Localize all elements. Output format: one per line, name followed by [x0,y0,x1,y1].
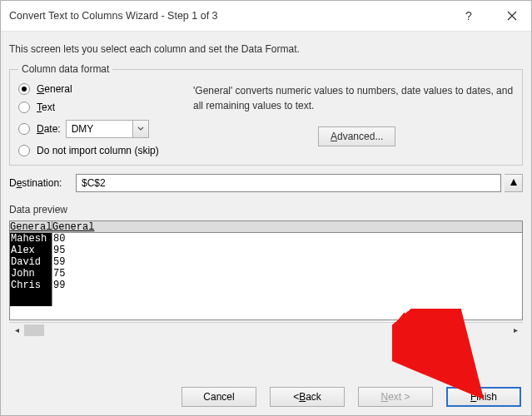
data-preview-box: General General Mahesh Alex David John C… [9,220,523,320]
preview-col2[interactable]: 80 95 59 75 99 [52,233,522,306]
preview-content[interactable]: General General Mahesh Alex David John C… [10,221,522,306]
preview-header-1: General [10,221,52,233]
column-data-format-legend: Column data format [18,63,112,75]
scroll-thumb[interactable] [24,324,44,336]
radio-skip-label: Do not import column (skip) [37,145,159,156]
radio-skip[interactable] [18,145,30,156]
wizard-dialog: Convert Text to Columns Wizard - Step 1 … [0,0,532,416]
radio-general[interactable] [18,83,30,95]
radio-date-row[interactable]: Date: [18,120,177,138]
date-format-input[interactable] [66,120,132,138]
radio-skip-row[interactable]: Do not import column (skip) [18,145,177,156]
finish-button[interactable]: Finish [446,387,521,407]
radio-general-row[interactable]: General [18,83,177,95]
next-button[interactable]: Next > [358,387,433,407]
preview-horizontal-scrollbar[interactable]: ◂ ▸ [9,322,523,337]
back-button[interactable]: < Back [270,387,345,407]
range-selector-icon [509,178,519,188]
svg-marker-2 [510,179,517,186]
format-radio-list: General Text Date: [18,83,177,156]
radio-date[interactable] [18,123,30,135]
scroll-right-icon[interactable]: ▸ [508,324,523,336]
radio-text[interactable] [18,102,30,113]
date-format-dropdown-icon[interactable] [132,120,149,138]
preview-col1-selected[interactable]: Mahesh Alex David John Chris [10,233,52,306]
format-description-column: 'General' converts numeric values to num… [193,83,514,156]
cancel-button[interactable]: Cancel [181,387,256,407]
footer-buttons: Cancel < Back Next > Finish [181,387,521,407]
titlebar: Convert Text to Columns Wizard - Step 1 … [1,1,531,32]
destination-row: Destination: [9,174,523,192]
dialog-title: Convert Text to Columns Wizard - Step 1 … [9,10,218,22]
radio-text-row[interactable]: Text [18,102,177,113]
preview-header-row: General General [10,221,522,233]
range-selector-button[interactable] [505,174,523,192]
intro-text: This screen lets you select each column … [9,43,523,55]
data-preview-label: Data preview [9,204,523,215]
scroll-track[interactable] [24,324,508,336]
preview-header-2: General [52,221,94,233]
radio-general-label: General [37,83,72,95]
help-icon[interactable]: ? [456,6,481,26]
destination-input[interactable] [76,174,501,192]
advanced-button[interactable]: Advanced... [318,126,395,146]
radio-text-label: Text [37,102,55,113]
window-controls: ? [456,6,525,26]
format-description: 'General' converts numeric values to num… [193,83,514,113]
destination-label: Destination: [9,177,67,189]
date-format-combo[interactable] [66,120,149,138]
radio-date-label: Date: [37,123,61,135]
column-data-format-group: Column data format General Text Date: [9,63,523,166]
scroll-left-icon[interactable]: ◂ [9,324,24,336]
close-icon[interactable] [500,6,525,26]
